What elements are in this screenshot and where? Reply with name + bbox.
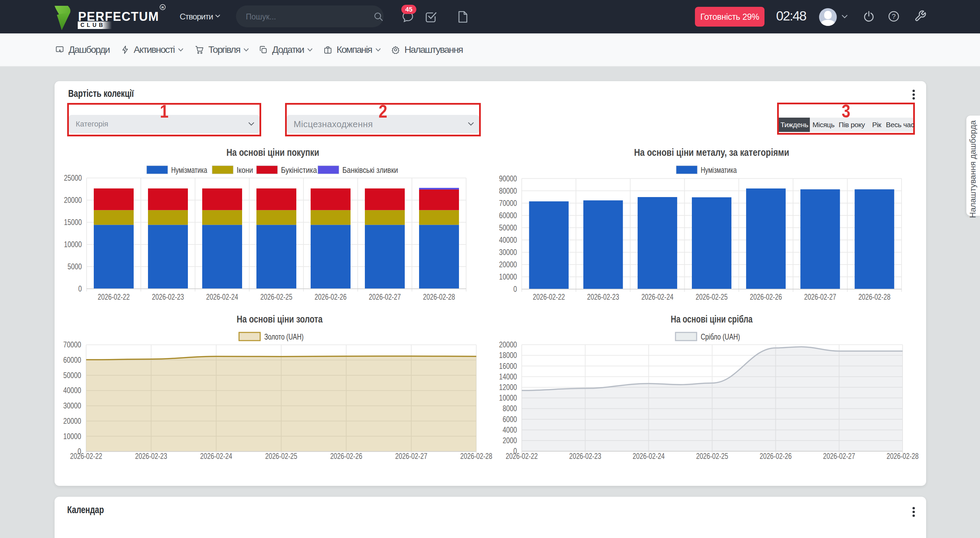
svg-text:10000: 10000 [64,431,81,441]
svg-text:18000: 18000 [499,350,517,360]
svg-text:16000: 16000 [499,361,517,371]
svg-text:2026-02-28: 2026-02-28 [423,292,455,301]
svg-text:2026-02-23: 2026-02-23 [135,451,167,461]
svg-text:2026-02-27: 2026-02-27 [369,292,401,301]
svg-text:2026-02-26: 2026-02-26 [330,451,362,461]
svg-text:2026-02-24: 2026-02-24 [206,292,239,301]
svg-text:0: 0 [78,284,82,293]
svg-text:20000: 20000 [499,260,517,269]
svg-text:80000: 80000 [499,186,517,195]
svg-text:8000: 8000 [503,404,517,413]
svg-text:На основі ціни металу, за кате: На основі ціни металу, за категоріями [634,147,789,158]
svg-text:2026-02-27: 2026-02-27 [823,451,855,461]
svg-text:2026-02-26: 2026-02-26 [315,292,347,301]
svg-text:30000: 30000 [499,248,517,257]
svg-text:2026-02-28: 2026-02-28 [460,451,492,461]
svg-text:2026-02-27: 2026-02-27 [395,451,427,461]
svg-text:2026-02-24: 2026-02-24 [633,451,665,461]
svg-text:2026-02-27: 2026-02-27 [804,292,836,301]
svg-text:2026-02-26: 2026-02-26 [750,292,782,301]
svg-text:На основі ціни покупки: На основі ціни покупки [226,147,319,158]
svg-text:25000: 25000 [64,173,82,182]
svg-text:50000: 50000 [64,371,81,380]
svg-text:Ікони: Ікони [237,166,253,175]
svg-text:10000: 10000 [499,393,517,402]
svg-text:60000: 60000 [64,355,81,365]
svg-text:2026-02-25: 2026-02-25 [261,292,293,301]
svg-text:2000: 2000 [503,436,517,445]
svg-text:15000: 15000 [64,218,82,227]
svg-text:Букіністика: Букіністика [281,166,317,175]
svg-text:10000: 10000 [499,272,517,281]
svg-text:90000: 90000 [499,174,517,183]
svg-text:Нумізматика: Нумізматика [171,166,207,175]
svg-text:2026-02-24: 2026-02-24 [200,451,232,461]
svg-text:14000: 14000 [499,372,517,381]
svg-text:20000: 20000 [64,416,81,425]
svg-text:40000: 40000 [499,235,517,244]
svg-text:0: 0 [514,284,517,294]
svg-text:30000: 30000 [64,401,81,410]
svg-text:2026-02-22: 2026-02-22 [533,292,565,301]
svg-text:2026-02-23: 2026-02-23 [569,451,601,461]
svg-text:Золото (UAH): Золото (UAH) [264,332,304,341]
svg-text:5000: 5000 [67,262,82,271]
svg-text:70000: 70000 [64,340,81,349]
svg-text:70000: 70000 [499,199,517,208]
svg-text:2026-02-28: 2026-02-28 [858,292,890,301]
svg-text:2026-02-24: 2026-02-24 [641,292,673,301]
svg-text:40000: 40000 [64,385,81,395]
svg-text:50000: 50000 [499,223,517,232]
svg-text:2026-02-26: 2026-02-26 [760,451,792,461]
svg-text:20000: 20000 [499,340,517,349]
svg-text:2026-02-25: 2026-02-25 [696,451,729,461]
svg-text:2026-02-28: 2026-02-28 [886,451,919,461]
svg-text:2026-02-23: 2026-02-23 [587,292,619,301]
svg-text:2026-02-25: 2026-02-25 [695,292,728,301]
svg-text:R: R [161,5,164,9]
svg-text:2026-02-22: 2026-02-22 [98,292,130,301]
svg-text:10000: 10000 [64,240,82,249]
svg-text:4000: 4000 [503,425,517,435]
svg-text:2026-02-25: 2026-02-25 [265,451,298,461]
svg-text:?: ? [892,13,896,20]
svg-text:6000: 6000 [503,415,517,424]
svg-text:60000: 60000 [499,211,517,220]
svg-text:20000: 20000 [64,195,82,205]
svg-text:На основі ціни срібла: На основі ціни срібла [671,314,753,325]
svg-text:На основі ціни золота: На основі ціни золота [237,314,323,325]
svg-text:2026-02-22: 2026-02-22 [506,451,538,461]
svg-text:Нумізматика: Нумізматика [701,166,737,175]
svg-text:Срібло (UAH): Срібло (UAH) [701,332,740,341]
svg-text:Банківські зливки: Банківські зливки [342,166,398,175]
svg-text:2026-02-23: 2026-02-23 [152,292,184,301]
svg-text:2026-02-22: 2026-02-22 [70,451,102,461]
svg-text:12000: 12000 [499,382,517,392]
